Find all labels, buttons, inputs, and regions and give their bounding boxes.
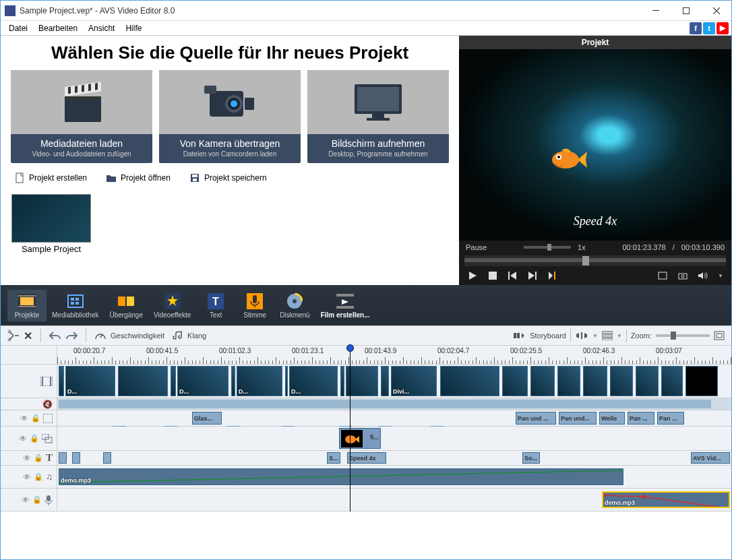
- zoom-slider[interactable]: [656, 334, 710, 337]
- clip-text[interactable]: Speed 4x: [347, 452, 386, 464]
- source-card-screen[interactable]: Bildschirm aufnehmen Desktop, Programme …: [307, 70, 449, 163]
- clip-effect[interactable]: Glas...: [192, 412, 222, 425]
- clip-video[interactable]: [530, 366, 555, 396]
- volume-dropdown-icon[interactable]: ▼: [718, 273, 723, 279]
- tool-text[interactable]: T Text: [196, 290, 235, 321]
- preview-viewport[interactable]: Speed 4x: [459, 49, 731, 241]
- project-thumbnail[interactable]: Sample Project: [11, 194, 91, 254]
- clip-video[interactable]: [59, 366, 64, 396]
- clip-text[interactable]: So...: [522, 452, 540, 464]
- delete-icon[interactable]: ✕: [24, 330, 32, 342]
- next-button[interactable]: [528, 270, 539, 281]
- minimize-button[interactable]: [640, 1, 671, 21]
- clip-text[interactable]: S...: [327, 452, 340, 464]
- clip-audio[interactable]: demo.mp3: [59, 468, 623, 485]
- fit-icon[interactable]: [714, 331, 725, 340]
- speed-button[interactable]: Geschwindigkeit: [94, 331, 164, 340]
- playhead[interactable]: [350, 346, 350, 511]
- lock-icon[interactable]: 🔒: [30, 434, 39, 443]
- tool-voice[interactable]: Stimme: [235, 290, 274, 321]
- audio-balance-icon[interactable]: [575, 331, 588, 340]
- tool-projects[interactable]: Projekte: [7, 290, 47, 321]
- seek-slider[interactable]: [464, 255, 726, 266]
- lock-icon[interactable]: 🔒: [34, 454, 43, 462]
- track-video-body[interactable]: D...D...D...D...Divi...: [57, 365, 731, 398]
- clip-video[interactable]: [346, 366, 378, 396]
- timeline-ruler[interactable]: 00:00:20.700:00:41.500:01:02.300:01:23.1…: [1, 346, 731, 365]
- prev-button[interactable]: [508, 270, 518, 281]
- clip-text[interactable]: [59, 452, 67, 464]
- clip-video[interactable]: D...: [65, 366, 115, 396]
- clip-voice[interactable]: demo.mp3: [602, 491, 730, 508]
- close-button[interactable]: [701, 1, 731, 21]
- twitter-icon[interactable]: t: [703, 22, 715, 34]
- source-card-media[interactable]: Mediadateien laden Video- und Audiodatei…: [11, 70, 152, 163]
- clip-video[interactable]: [118, 366, 168, 396]
- clip-overlay[interactable]: fi...: [339, 428, 381, 449]
- clip-video[interactable]: [381, 366, 389, 396]
- eye-icon[interactable]: 👁: [23, 472, 31, 482]
- fullscreen-button[interactable]: [657, 270, 668, 281]
- undo-icon[interactable]: [49, 331, 61, 340]
- menu-edit[interactable]: Bearbeiten: [33, 22, 83, 34]
- snapshot-button[interactable]: [677, 270, 688, 281]
- lock-icon[interactable]: 🔒: [31, 414, 40, 423]
- maximize-button[interactable]: [671, 1, 701, 21]
- project-save-button[interactable]: Projekt speichern: [189, 173, 267, 183]
- mute-icon[interactable]: 🔇: [42, 400, 53, 409]
- volume-button[interactable]: [698, 270, 708, 281]
- eye-icon[interactable]: 👁: [19, 434, 27, 443]
- clip-text[interactable]: [103, 452, 111, 464]
- tool-produce[interactable]: Film erstellen...: [315, 290, 375, 321]
- clip-effect[interactable]: Pan und ...: [516, 412, 556, 425]
- speed-slider[interactable]: [524, 246, 571, 249]
- lock-icon[interactable]: 🔒: [34, 472, 43, 481]
- project-open-button[interactable]: Projekt öffnen: [106, 173, 171, 183]
- clip-video[interactable]: D...: [289, 366, 338, 396]
- clip-video[interactable]: [685, 366, 718, 396]
- tracks-icon[interactable]: [602, 331, 613, 340]
- clip-video[interactable]: [610, 366, 633, 396]
- clip-video[interactable]: [285, 366, 288, 396]
- clip-video[interactable]: D...: [237, 366, 282, 396]
- clip-effect[interactable]: Pan ...: [628, 412, 654, 425]
- clip-video[interactable]: [557, 366, 580, 396]
- source-card-camera[interactable]: Von Kamera übertragen Dateien von Camcor…: [159, 70, 301, 163]
- clip-video[interactable]: [636, 366, 659, 396]
- eye-icon[interactable]: 👁: [23, 454, 31, 463]
- clip-text[interactable]: AVS Vid...: [691, 452, 730, 464]
- clip-text[interactable]: [72, 452, 80, 464]
- clip-video[interactable]: Divi...: [391, 366, 437, 396]
- clip-video[interactable]: [171, 366, 176, 396]
- clip-effect[interactable]: Pan und...: [559, 412, 597, 425]
- lock-icon[interactable]: 🔒: [32, 495, 42, 504]
- play-button[interactable]: [467, 270, 478, 281]
- redo-icon[interactable]: [65, 331, 78, 340]
- tool-effects[interactable]: Videoeffekte: [148, 290, 196, 321]
- menu-view[interactable]: Ansicht: [83, 22, 120, 34]
- clip-video[interactable]: [661, 366, 683, 396]
- menu-file[interactable]: Datei: [3, 22, 33, 34]
- clip-video[interactable]: D...: [177, 366, 228, 396]
- clip-effect[interactable]: Welle: [599, 412, 625, 425]
- clip-video[interactable]: [231, 366, 235, 396]
- split-icon[interactable]: [7, 330, 20, 342]
- clip-video[interactable]: [583, 366, 607, 396]
- tool-media[interactable]: Mediabibliothek: [47, 290, 104, 321]
- storyboard-button[interactable]: Storyboard: [514, 332, 566, 340]
- eye-icon[interactable]: 👁: [20, 414, 28, 423]
- clip-video[interactable]: [340, 366, 344, 396]
- step-button[interactable]: [548, 270, 559, 281]
- stop-button[interactable]: [487, 270, 498, 281]
- tool-discmenu[interactable]: Diskmenü: [274, 290, 315, 321]
- clip-video[interactable]: [502, 366, 528, 396]
- youtube-icon[interactable]: ▶: [716, 22, 729, 34]
- clip-effect[interactable]: Pan ...: [657, 412, 684, 425]
- facebook-icon[interactable]: f: [690, 22, 702, 34]
- menu-help[interactable]: Hilfe: [120, 22, 147, 34]
- clip-video[interactable]: [440, 366, 499, 396]
- tool-transitions[interactable]: Übergänge: [104, 290, 148, 321]
- eye-icon[interactable]: 👁: [22, 495, 30, 505]
- sound-button[interactable]: Klang: [173, 331, 206, 340]
- project-create-button[interactable]: Projekt erstellen: [14, 173, 87, 183]
